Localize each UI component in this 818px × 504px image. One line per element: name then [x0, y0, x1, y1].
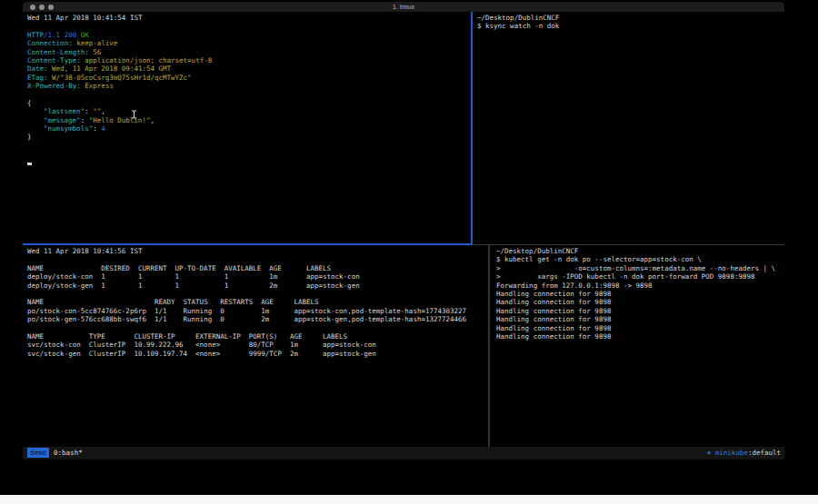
json-field: "message""Hello Dublin!", [27, 116, 475, 124]
command-continuation: > xargs -IPOD kubectl -n dok port-forwar… [496, 272, 791, 281]
pane-http-output[interactable]: Wed 11 Apr 2018 10:41:54 IST HTTP/1.1 20… [23, 12, 475, 245]
response-header: X-Powered-By:Express [27, 82, 475, 90]
response-header: ETag:W/"38-05coCsrg3mQ75sHr1d/qcMTwYZc" [27, 74, 475, 82]
pane-kubectl-tables[interactable]: Wed 11 Apr 2018 10:41:56 IST NAMEDESIRED… [23, 245, 493, 449]
pane-port-forward[interactable]: ~/Desktop/DublinCNCF $ kubectl get -n do… [490, 245, 791, 449]
json-field: "lastseen""", [27, 107, 475, 115]
response-header: Content-Length:56 [27, 48, 475, 56]
prompt-line [27, 159, 475, 167]
cwd-line: ~/Desktop/DublinCNCF [477, 14, 789, 22]
http-version-code: /1.1 200 [44, 31, 76, 39]
response-header: Content-Type:application/json; charset=u… [27, 56, 475, 64]
handling-line: Handling connection for 9898 [496, 307, 791, 315]
json-open-brace: { [27, 99, 475, 107]
handling-line: Handling connection for 9898 [496, 315, 791, 323]
table-row: po/stock-gen-576cc688bb-swqf61/1Running0… [27, 315, 493, 323]
handling-line: Handling connection for 9898 [496, 298, 791, 306]
kube-namespace: :default [748, 449, 781, 457]
session-badge[interactable]: demo [27, 448, 49, 458]
desktop-background: 1. tmux Wed 11 Apr 2018 10:41:54 IST HTT… [0, 0, 818, 504]
handling-line: Handling connection for 9898 [496, 332, 791, 341]
titlebar[interactable]: 1. tmux [23, 2, 784, 12]
window-label[interactable]: 0:bash* [54, 449, 83, 457]
kube-context: minikube [715, 449, 748, 457]
terminal-window: 1. tmux Wed 11 Apr 2018 10:41:54 IST HTT… [23, 2, 784, 461]
handling-line: Handling connection for 9898 [496, 324, 791, 332]
http-status-line: HTTP/1.1 200OK [27, 31, 475, 39]
table-header-row: NAMEREADYSTATUSRESTARTSAGELABELS [27, 298, 493, 306]
services-table: NAMETYPECLUSTER-IPEXTERNAL-IPPORT(S)AGEL… [27, 332, 493, 358]
pods-table: NAMEREADYSTATUSRESTARTSAGELABELS po/stoc… [27, 298, 493, 323]
handling-line: Handling connection for 9898 [496, 290, 791, 298]
table-row: svc/stock-conClusterIP10.99.222.96<none>… [27, 341, 493, 349]
command-line: $ ksync watch -n dok [477, 22, 789, 30]
cwd-line: ~/Desktop/DublinCNCF [496, 247, 791, 255]
page-footer-strip [0, 495, 818, 504]
table-row: deploy/stock-con11111mapp=stock-con [27, 272, 493, 281]
forwarding-line: Forwarding from 127.0.0.1:9898 -> 9898 [496, 282, 791, 290]
table-row: po/stock-con-5cc874766c-2p6rp1/1Running0… [27, 307, 493, 315]
response-header: Date:Wed, 11 Apr 2018 09:41:54 GMT [27, 64, 475, 73]
kube-status: ⎈ minikube:default [707, 447, 781, 460]
pane-ksync[interactable]: ~/Desktop/DublinCNCF $ ksync watch -n do… [473, 12, 789, 245]
tmux-terminal: Wed 11 Apr 2018 10:41:54 IST HTTP/1.1 20… [23, 12, 784, 461]
response-header: Connection:keep-alive [27, 39, 475, 47]
terminal-cursor [27, 163, 32, 165]
table-header-row: NAMEDESIREDCURRENTUP-TO-DATEAVAILABLEAGE… [27, 264, 493, 272]
http-status-text: OK [76, 31, 89, 39]
mouse-ibeam-cursor [131, 110, 137, 121]
window-title: 1. tmux [23, 3, 784, 11]
table-row: svc/stock-genClusterIP10.109.197.74<none… [27, 350, 493, 358]
table-header-row: NAMETYPECLUSTER-IPEXTERNAL-IPPORT(S)AGEL… [27, 332, 493, 341]
timestamp: Wed 11 Apr 2018 10:41:54 IST [27, 14, 475, 22]
json-field: "numsymbols"4 [27, 124, 475, 133]
json-close-brace: } [27, 133, 475, 141]
table-row: deploy/stock-gen11112mapp=stock-gen [27, 282, 493, 290]
timestamp: Wed 11 Apr 2018 10:41:56 IST [27, 247, 493, 255]
status-left: demo0:bash* [27, 447, 83, 460]
command-line: $ kubectl get -n dok po --selector=app=s… [496, 255, 791, 263]
http-protocol: HTTP [27, 31, 44, 39]
command-continuation: > -o=custom-columns=:metadata.name --no-… [496, 264, 791, 272]
status-bar: demo0:bash* ⎈ minikube:default [23, 447, 784, 460]
deployments-table: NAMEDESIREDCURRENTUP-TO-DATEAVAILABLEAGE… [27, 264, 493, 290]
helm-wheel-icon: ⎈ [707, 449, 712, 457]
